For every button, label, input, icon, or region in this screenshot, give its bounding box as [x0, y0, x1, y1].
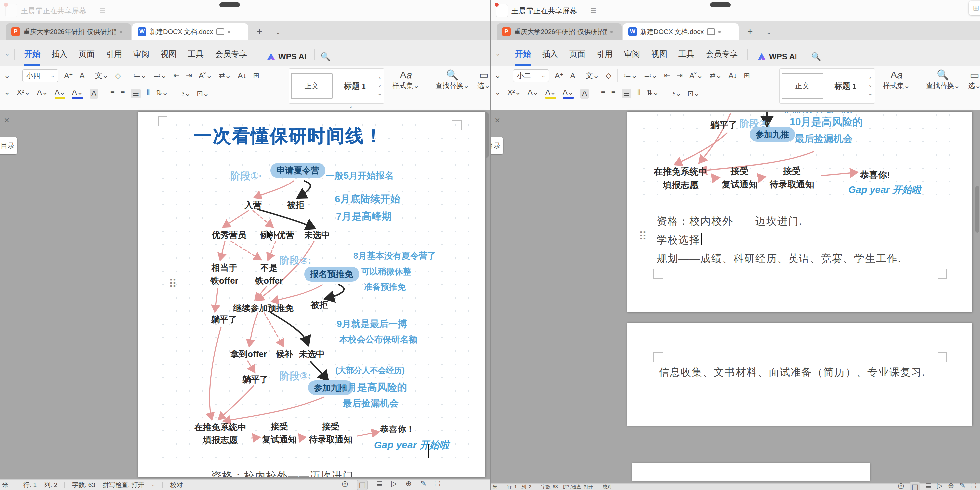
find-replace-button[interactable]: 🔍 查找替换⌄	[436, 69, 469, 91]
read-mode-icon[interactable]: ▷	[937, 482, 943, 490]
chevron-down-icon[interactable]: ⌄	[495, 72, 501, 80]
insert-table-icon[interactable]: ⊞	[253, 72, 259, 80]
comment-bubble-icon[interactable]	[707, 28, 715, 35]
menu-tab-审阅[interactable]: 审阅	[624, 49, 640, 66]
borders-icon[interactable]: ⊡⌄	[197, 90, 209, 97]
web-layout-icon[interactable]: ⊕	[948, 482, 954, 490]
menu-tab-工具[interactable]: 工具	[188, 49, 204, 66]
shading-icon[interactable]: ◔⌄	[671, 90, 681, 97]
share-menu-icon[interactable]: ☰	[590, 6, 597, 14]
menu-tab-引用[interactable]: 引用	[597, 49, 612, 66]
menu-tab-会员专享[interactable]: 会员专享	[215, 49, 247, 66]
menu-tab-插入[interactable]: 插入	[51, 49, 67, 66]
menu-tab-页面[interactable]: 页面	[79, 49, 95, 66]
sort-icon[interactable]: A↓	[729, 72, 737, 80]
font-color-icon[interactable]: A⌄	[563, 89, 574, 99]
highlight-color-icon[interactable]: A⌄	[54, 89, 65, 99]
comment-bubble-icon[interactable]	[216, 28, 224, 35]
status-wordcount[interactable]: 字数: 63	[541, 484, 558, 490]
status-proofread[interactable]: 校对	[603, 484, 612, 490]
wps-ai-button[interactable]: WPS AI	[757, 52, 797, 61]
close-pane-icon[interactable]: ×	[495, 115, 500, 126]
style-normal[interactable]: 正文	[291, 73, 333, 99]
vertical-scrollbar[interactable]	[975, 186, 979, 233]
status-wordcount[interactable]: 字数: 63	[72, 481, 95, 489]
page-2[interactable]: 信息收集、文书材料、面试准备（简历）、专业课复习.	[627, 323, 972, 425]
collapse-ribbon-icon[interactable]: ⌄	[5, 50, 10, 57]
style-gallery[interactable]: 正文 标题 1 ˄˅≡	[288, 68, 384, 104]
decrease-indent-icon[interactable]: ⇤	[173, 72, 179, 80]
ink-icon[interactable]: ✎	[959, 482, 966, 490]
page-1[interactable]: (大部分人不会经历)躺平了阶段③:参加九推10月是高风险的最后捡漏机会在推免系统…	[627, 112, 972, 312]
decrease-font-icon[interactable]: A⁻	[80, 72, 88, 80]
select-button[interactable]: ▭ 选⌄	[477, 69, 490, 91]
style-gallery-scroll[interactable]: ˄˅≡	[375, 72, 384, 100]
font-size-select[interactable]: 小二⌄	[513, 70, 549, 82]
toc-side-tab[interactable]: 目录	[0, 137, 17, 154]
justify-icon[interactable]: ☰	[131, 89, 141, 99]
numbered-list-icon[interactable]: ≕⌄	[153, 72, 167, 80]
menu-tab-开始[interactable]: 开始	[24, 49, 40, 66]
menu-tab-会员专享[interactable]: 会员专享	[706, 49, 738, 66]
decrease-indent-icon[interactable]: ⇤	[664, 72, 670, 80]
align-center-icon[interactable]: ≡	[611, 89, 616, 99]
menu-tab-工具[interactable]: 工具	[678, 49, 694, 66]
tab-ppt-document[interactable]: P 重庆大学2026年研招-仅供研招宣	[496, 23, 622, 40]
more-fonts-icon[interactable]: ⌄	[4, 89, 10, 99]
style-gallery[interactable]: 正文 标题 1 ˄˅≡	[779, 68, 875, 104]
floating-widget[interactable]: ⊞	[969, 1, 980, 15]
phonetic-guide-icon[interactable]: A˘⌄	[689, 72, 703, 80]
tab-ppt-document[interactable]: P 重庆大学2026年研招-仅供研招宣	[6, 23, 131, 40]
style-set-button[interactable]: A𝑎 样式集⌄	[392, 69, 419, 91]
status-proofread[interactable]: 校对	[170, 481, 183, 489]
select-button[interactable]: ▭ 选⌄	[968, 69, 980, 91]
menu-tab-引用[interactable]: 引用	[106, 49, 122, 66]
clear-format-icon[interactable]: ◇	[115, 72, 121, 80]
superscript-icon[interactable]: X²⌄	[507, 89, 520, 99]
menu-tab-开始[interactable]: 开始	[515, 49, 531, 66]
dialog-launcher-icon[interactable]: ⌟	[350, 103, 352, 108]
insert-table-icon[interactable]: ⊞	[744, 72, 749, 80]
style-set-button[interactable]: A𝑎 样式集⌄	[883, 69, 910, 91]
fullscreen-icon[interactable]: ⛶	[971, 482, 976, 490]
vertical-scrollbar[interactable]	[485, 112, 489, 158]
decrease-font-icon[interactable]: A⁻	[570, 72, 579, 80]
page-3[interactable]	[632, 463, 870, 481]
text-effects-icon[interactable]: 文⌄	[586, 72, 599, 80]
menu-tab-页面[interactable]: 页面	[570, 49, 585, 66]
tab-docx-document[interactable]: W 新建DOCX 文档.docx	[132, 23, 248, 40]
share-menu-icon[interactable]: ☰	[100, 6, 106, 14]
text-direction-icon[interactable]: ⇄⌄	[219, 72, 231, 80]
menu-tab-审阅[interactable]: 审阅	[133, 49, 149, 66]
page-view-icon[interactable]: ▤	[910, 482, 921, 490]
line-spacing-icon[interactable]: ⇅⌄	[647, 89, 659, 99]
clear-format-icon[interactable]: ◇	[606, 72, 611, 80]
overlay-handle[interactable]	[220, 2, 240, 7]
text-outline-icon[interactable]: A⌄	[37, 89, 48, 99]
style-heading1[interactable]: 标题 1	[826, 81, 866, 91]
toc-side-tab[interactable]: 目录	[490, 137, 503, 154]
increase-indent-icon[interactable]: ⇥	[677, 72, 683, 80]
bullet-list-icon[interactable]: ≔⌄	[133, 72, 146, 80]
chevron-down-icon[interactable]: ⌄	[4, 72, 10, 80]
find-replace-button[interactable]: 🔍 查找替换⌄	[926, 69, 960, 91]
wps-ai-button[interactable]: WPS AI	[267, 52, 306, 61]
font-size-select[interactable]: 小四⌄	[22, 70, 58, 82]
phonetic-guide-icon[interactable]: A˘⌄	[199, 72, 212, 80]
style-normal[interactable]: 正文	[781, 73, 823, 99]
status-spellcheck[interactable]: 拼写检查: 打开	[103, 481, 144, 489]
shading-icon[interactable]: ◔⌄	[180, 90, 191, 97]
distribute-icon[interactable]: ⫴	[637, 89, 640, 99]
align-center-icon[interactable]: ≡	[121, 89, 125, 99]
tab-list-dropdown[interactable]: ⌄	[766, 28, 772, 36]
character-shading-icon[interactable]: A	[581, 89, 589, 99]
new-tab-button[interactable]: +	[257, 26, 262, 37]
text-outline-icon[interactable]: A⌄	[528, 89, 539, 99]
highlight-color-icon[interactable]: A⌄	[545, 89, 556, 99]
increase-font-icon[interactable]: A⁺	[555, 72, 563, 80]
align-left-icon[interactable]: ≡	[110, 89, 115, 99]
font-color-icon[interactable]: A⌄	[72, 89, 83, 99]
text-effects-icon[interactable]: 文⌄	[95, 72, 108, 80]
bullet-list-icon[interactable]: ≔⌄	[624, 72, 637, 80]
read-mode-icon[interactable]: ▷	[391, 480, 397, 490]
